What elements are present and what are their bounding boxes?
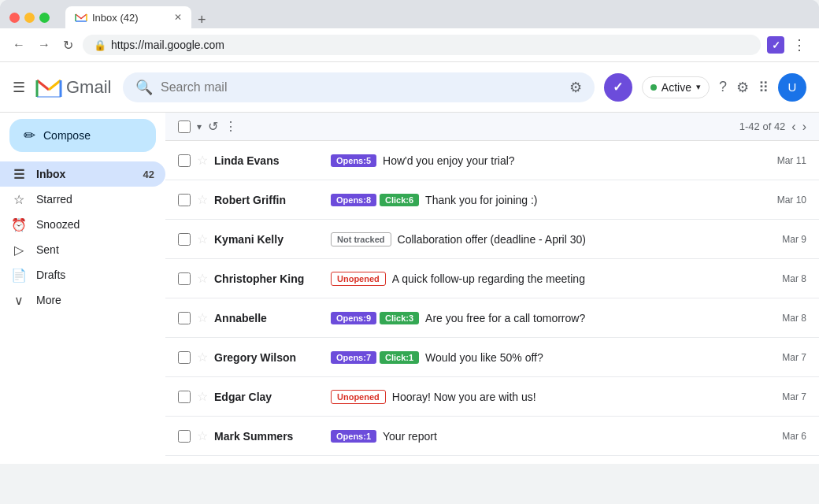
refresh-button[interactable]: ↺ — [208, 119, 218, 134]
sidebar-item-drafts[interactable]: 📄 Drafts — [0, 262, 165, 287]
email-checkbox[interactable] — [178, 194, 191, 206]
prev-page-button[interactable]: ‹ — [791, 120, 795, 134]
tab-bar: Inbox (42) ✕ + — [65, 6, 213, 28]
tag-unopened: Unopened — [331, 272, 386, 286]
close-window-button[interactable] — [9, 13, 20, 23]
star-icon[interactable]: ☆ — [197, 271, 208, 286]
next-page-button[interactable]: › — [802, 120, 806, 134]
sidebar-item-starred[interactable]: ☆ Starred — [0, 187, 165, 212]
email-row[interactable]: ☆Kymani KellyNot trackedCollaboration of… — [165, 220, 819, 259]
reload-button[interactable]: ↻ — [60, 35, 76, 56]
email-subject: Thank you for joining :) — [425, 194, 761, 206]
tag-clicks: Click:3 — [380, 312, 419, 324]
email-date: Mar 8 — [767, 273, 806, 284]
star-icon[interactable]: ☆ — [197, 153, 208, 168]
email-tags: Opens:9Click:3 — [331, 312, 419, 324]
avatar[interactable]: U — [778, 73, 806, 102]
select-all-checkbox[interactable] — [178, 120, 191, 133]
tag-opens: Opens:5 — [331, 154, 376, 167]
email-subject: How'd you enjoy your trial? — [383, 154, 761, 167]
email-tags: Opens:1 — [331, 430, 376, 443]
sidebar-item-more[interactable]: ∨ More — [0, 287, 165, 313]
checkmark-extension-button[interactable]: ✓ — [604, 73, 632, 102]
email-row[interactable]: ☆Linda EvansOpens:5How'd you enjoy your … — [165, 141, 819, 180]
settings-button[interactable]: ⚙ — [736, 79, 749, 96]
email-row[interactable]: ☆Mark SummersOpens:1Your reportMar 6 — [165, 417, 819, 456]
email-row[interactable]: ☆Gregory WilsonOpens:7Click:1Would you l… — [165, 338, 819, 377]
starred-label: Starred — [36, 193, 154, 206]
email-row[interactable]: ☆AnnabelleOpens:9Click:3Are you free for… — [165, 298, 819, 338]
back-button[interactable]: ← — [9, 35, 28, 55]
fullscreen-window-button[interactable] — [39, 13, 50, 23]
email-checkbox[interactable] — [178, 233, 191, 246]
email-list-container[interactable]: ▾ ↺ ⋮ 1-42 of 42 ‹ › ☆Linda EvansOpens:5… — [165, 113, 819, 464]
gmail-logo: Gmail — [35, 73, 113, 102]
search-tune-icon[interactable]: ⚙ — [569, 79, 582, 96]
star-icon[interactable]: ☆ — [197, 192, 208, 207]
lock-icon: 🔒 — [94, 39, 106, 51]
search-icon: 🔍 — [135, 79, 153, 96]
browser-actions: ✓ ⋮ — [767, 33, 810, 57]
gmail-logo-text: Gmail — [66, 77, 111, 98]
sidebar-item-snoozed[interactable]: ⏰ Snoozed — [0, 212, 165, 237]
minimize-window-button[interactable] — [24, 13, 35, 23]
star-icon[interactable]: ☆ — [197, 350, 208, 365]
new-tab-button[interactable]: + — [191, 12, 213, 28]
sidebar-item-inbox[interactable]: ☰ Inbox 42 — [0, 161, 165, 187]
email-checkbox[interactable] — [178, 351, 191, 364]
email-checkbox[interactable] — [178, 312, 191, 324]
star-icon[interactable]: ☆ — [197, 232, 208, 246]
tag-unopened: Unopened — [331, 390, 386, 404]
email-checkbox[interactable] — [178, 272, 191, 285]
email-tags: Unopened — [331, 390, 386, 404]
select-all-chevron[interactable]: ▾ — [197, 121, 202, 132]
search-input[interactable] — [161, 80, 561, 94]
apps-button[interactable]: ⠿ — [758, 79, 769, 96]
email-date: Mar 6 — [767, 431, 806, 442]
active-label: Active — [662, 81, 691, 94]
email-date: Mar 10 — [767, 195, 806, 206]
more-options-button[interactable]: ⋮ — [789, 33, 810, 57]
drafts-icon: 📄 — [11, 268, 27, 283]
email-list: ☆Linda EvansOpens:5How'd you enjoy your … — [165, 141, 819, 464]
forward-button[interactable]: → — [35, 35, 54, 55]
email-date: Mar 7 — [767, 352, 806, 363]
browser-window: Inbox (42) ✕ + ← → ↻ 🔒 https://mail.goog… — [0, 0, 819, 464]
gmail-body: ✏ Compose ☰ Inbox 42 ☆ Starred ⏰ Snoozed — [0, 113, 819, 464]
compose-button[interactable]: ✏ Compose — [9, 119, 156, 152]
search-bar[interactable]: 🔍 ⚙ — [123, 72, 595, 102]
email-row[interactable]: ☆Edgar ClayUnopenedHooray! Now you are w… — [165, 377, 819, 417]
sidebar-item-sent[interactable]: ▷ Sent — [0, 237, 165, 262]
browser-tab-active[interactable]: Inbox (42) ✕ — [65, 6, 191, 28]
tag-opens: Opens:7 — [331, 351, 376, 364]
email-checkbox[interactable] — [178, 430, 191, 443]
tag-clicks: Click:1 — [380, 351, 419, 364]
tag-opens: Opens:9 — [331, 312, 376, 324]
more-toolbar-button[interactable]: ⋮ — [224, 119, 237, 134]
inbox-icon: ☰ — [11, 167, 27, 182]
sent-icon: ▷ — [11, 243, 27, 258]
address-bar[interactable]: 🔒 https://mail.google.com — [83, 35, 761, 55]
help-button[interactable]: ? — [719, 79, 727, 95]
email-subject: Hooray! Now you are with us! — [392, 391, 761, 403]
snoozed-icon: ⏰ — [11, 217, 27, 232]
active-dot-icon — [650, 84, 657, 91]
tab-close-button[interactable]: ✕ — [174, 12, 182, 23]
email-date: Mar 7 — [767, 391, 806, 402]
star-icon[interactable]: ☆ — [197, 310, 208, 325]
star-icon[interactable]: ☆ — [197, 428, 208, 443]
email-subject: Are you free for a call tomorrow? — [425, 312, 761, 324]
email-row[interactable]: ☆Robert GriffinOpens:8Click:6Thank you f… — [165, 180, 819, 220]
active-status-dropdown[interactable]: Active ▾ — [642, 76, 710, 98]
email-row[interactable]: ☆Christopher KingUnopenedA quick follow-… — [165, 259, 819, 298]
email-row[interactable]: ☆Dorothy BrownUnopenedI'd like your feed… — [165, 456, 819, 464]
inbox-badge: 42 — [143, 169, 154, 180]
hamburger-menu-button[interactable]: ☰ — [13, 79, 25, 96]
email-checkbox[interactable] — [178, 154, 191, 167]
email-date: Mar 8 — [767, 313, 806, 324]
star-icon[interactable]: ☆ — [197, 389, 208, 404]
compose-label: Compose — [43, 129, 91, 142]
email-sender: Mark Summers — [214, 430, 324, 443]
extension-icon[interactable]: ✓ — [767, 36, 784, 54]
email-checkbox[interactable] — [178, 391, 191, 403]
